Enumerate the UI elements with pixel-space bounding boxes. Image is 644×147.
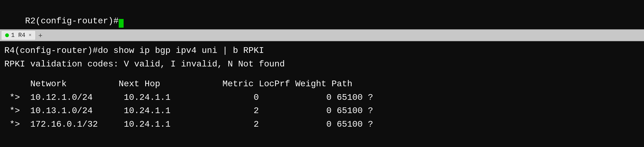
tab-add-button[interactable]: +: [36, 31, 45, 40]
tab-close-icon[interactable]: ×: [29, 33, 32, 38]
main-line-4: *> 10.12.1.0/24 10.24.1.1 0 0 65100 ?: [4, 91, 640, 104]
main-terminal: R4(config-router)#do show ip bgp ipv4 un…: [0, 41, 644, 147]
main-line-1: RPKI validation codes: V valid, I invali…: [4, 57, 640, 71]
tab-r4[interactable]: 1 R4 ×: [1, 30, 36, 40]
cursor: [119, 19, 124, 28]
top-terminal: R2(config-router)#redistribute ospf 100 …: [0, 0, 644, 29]
blank-line-2: [4, 71, 640, 77]
main-line-0: R4(config-router)#do show ip bgp ipv4 un…: [4, 44, 640, 57]
main-line-6: *> 172.16.0.1/32 10.24.1.1 2 0 65100 ?: [4, 118, 640, 131]
main-line-5: *> 10.13.1.0/24 10.24.1.1 2 0 65100 ?: [4, 104, 640, 118]
tab-label: 1 R4: [11, 32, 25, 39]
tab-status-dot: [5, 33, 9, 37]
top-line-2: R2(config-router)#: [4, 2, 640, 41]
main-line-3: Network Next Hop Metric LocPrf Weight Pa…: [4, 77, 640, 91]
